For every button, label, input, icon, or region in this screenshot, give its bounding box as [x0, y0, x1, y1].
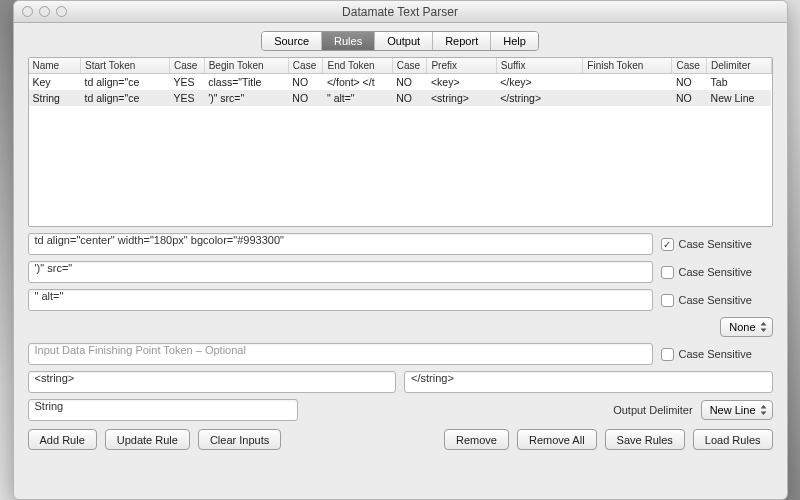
column-header[interactable]: Finish Token	[583, 58, 672, 74]
case-end-checkbox[interactable]	[661, 294, 674, 307]
case-begin-label: Case Sensitive	[679, 266, 752, 278]
table-cell: New Line	[707, 90, 771, 106]
tab-report[interactable]: Report	[433, 32, 491, 50]
minimize-icon[interactable]	[39, 6, 50, 17]
tab-rules[interactable]: Rules	[322, 32, 375, 50]
table-cell: NO	[288, 74, 323, 91]
table-cell: td align="ce	[80, 74, 169, 91]
table-cell: " alt="	[323, 90, 392, 106]
table-cell: Key	[29, 74, 81, 91]
update-rule-button[interactable]: Update Rule	[105, 429, 190, 450]
column-header[interactable]: Prefix	[427, 58, 496, 74]
case-start-checkbox[interactable]	[661, 238, 674, 251]
remove-all-button[interactable]: Remove All	[517, 429, 597, 450]
column-header[interactable]: Begin Token	[204, 58, 288, 74]
table-cell	[583, 74, 672, 91]
tab-bar: Source Rules Output Report Help	[14, 23, 787, 57]
start-token-input[interactable]: td align="center" width="180px" bgcolor=…	[28, 233, 653, 255]
case-start-label: Case Sensitive	[679, 238, 752, 250]
content-area: NameStart TokenCaseBegin TokenCaseEnd To…	[14, 57, 787, 499]
table-cell: NO	[392, 90, 427, 106]
table-cell: <key>	[427, 74, 496, 91]
table-cell: td align="ce	[80, 90, 169, 106]
rules-table[interactable]: NameStart TokenCaseBegin TokenCaseEnd To…	[28, 57, 773, 227]
column-header[interactable]: Suffix	[496, 58, 583, 74]
close-icon[interactable]	[22, 6, 33, 17]
table-row[interactable]: Stringtd align="ceYES')" src="NO" alt="N…	[29, 90, 772, 106]
action-buttons: Add Rule Update Rule Clear Inputs Remove…	[28, 427, 773, 450]
zoom-icon[interactable]	[56, 6, 67, 17]
suffix-input[interactable]: </string>	[404, 371, 773, 393]
case-finish-checkbox[interactable]	[661, 348, 674, 361]
none-select[interactable]: None	[720, 317, 772, 337]
table-cell: Tab	[707, 74, 771, 91]
segmented-tabs: Source Rules Output Report Help	[261, 31, 539, 51]
titlebar: Datamate Text Parser	[14, 1, 787, 23]
table-cell	[583, 90, 672, 106]
window-title: Datamate Text Parser	[14, 5, 787, 19]
case-begin-checkbox[interactable]	[661, 266, 674, 279]
load-rules-button[interactable]: Load Rules	[693, 429, 773, 450]
table-cell: NO	[672, 74, 707, 91]
column-header[interactable]: Case	[288, 58, 323, 74]
column-header[interactable]: Delimiter	[707, 58, 771, 74]
window-controls	[14, 6, 67, 17]
case-finish-label: Case Sensitive	[679, 348, 752, 360]
app-window: Datamate Text Parser Source Rules Output…	[13, 0, 788, 500]
tab-source[interactable]: Source	[262, 32, 322, 50]
table-cell: ')" src="	[204, 90, 288, 106]
case-end-label: Case Sensitive	[679, 294, 752, 306]
add-rule-button[interactable]: Add Rule	[28, 429, 97, 450]
remove-button[interactable]: Remove	[444, 429, 509, 450]
table-cell: String	[29, 90, 81, 106]
tab-help[interactable]: Help	[491, 32, 538, 50]
table-cell: </font> </t	[323, 74, 392, 91]
output-delimiter-label: Output Delimiter	[613, 404, 692, 416]
output-delimiter-select[interactable]: New Line	[701, 400, 773, 420]
save-rules-button[interactable]: Save Rules	[605, 429, 685, 450]
table-cell: class="Title	[204, 74, 288, 91]
table-cell: NO	[672, 90, 707, 106]
table-cell: NO	[392, 74, 427, 91]
name-input[interactable]: String	[28, 399, 298, 421]
prefix-input[interactable]: <string>	[28, 371, 397, 393]
table-header: NameStart TokenCaseBegin TokenCaseEnd To…	[29, 58, 772, 74]
column-header[interactable]: Name	[29, 58, 81, 74]
table-cell: </string>	[496, 90, 583, 106]
end-token-input[interactable]: " alt="	[28, 289, 653, 311]
column-header[interactable]: End Token	[323, 58, 392, 74]
table-row[interactable]: Keytd align="ceYESclass="TitleNO</font> …	[29, 74, 772, 91]
table-cell: NO	[288, 90, 323, 106]
table-cell: YES	[170, 74, 205, 91]
table-cell: YES	[170, 90, 205, 106]
table-body: Keytd align="ceYESclass="TitleNO</font> …	[29, 74, 772, 107]
table-cell: <string>	[427, 90, 496, 106]
column-header[interactable]: Case	[392, 58, 427, 74]
tab-output[interactable]: Output	[375, 32, 433, 50]
begin-token-input[interactable]: ')" src="	[28, 261, 653, 283]
table-cell: </key>	[496, 74, 583, 91]
column-header[interactable]: Case	[672, 58, 707, 74]
finish-token-input[interactable]: Input Data Finishing Point Token – Optio…	[28, 343, 653, 365]
column-header[interactable]: Case	[170, 58, 205, 74]
clear-inputs-button[interactable]: Clear Inputs	[198, 429, 281, 450]
column-header[interactable]: Start Token	[80, 58, 169, 74]
